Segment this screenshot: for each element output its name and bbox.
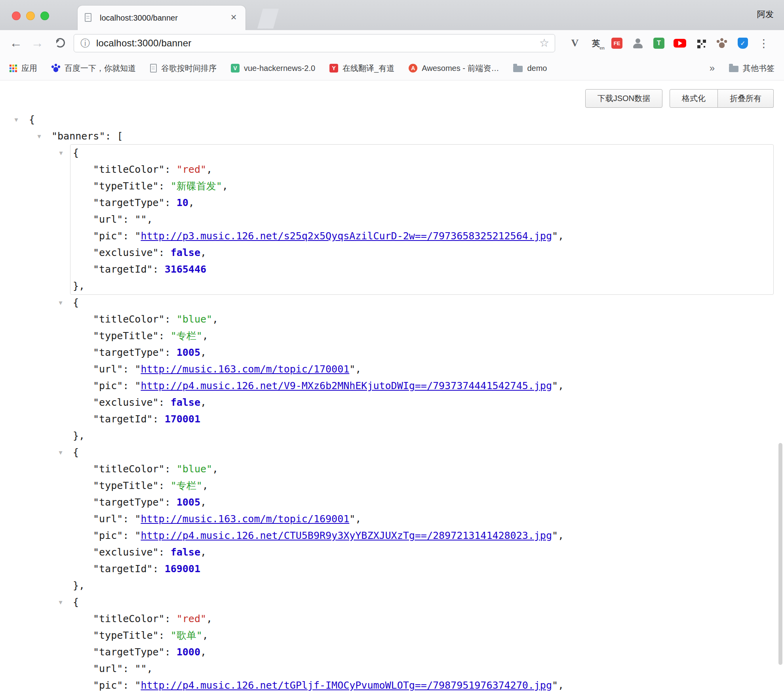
json-token: { [73,447,79,458]
json-line: ▼{ [0,594,784,611]
json-line: "url": "http://music.163.com/m/topic/170… [0,361,784,378]
json-token: : [159,330,171,342]
apps-grid-icon [10,65,17,72]
json-token: "typeTitle" [93,480,159,491]
json-token: , [222,180,228,192]
json-token: " [135,380,141,391]
json-token: " [135,230,141,242]
collapse-toggle-icon[interactable]: ▼ [32,128,46,145]
extensions-row: V 英en FE T ✓ ⋮ [567,35,772,51]
json-token: ", [552,380,564,391]
json-token: : [165,646,177,658]
json-token: : [165,347,177,358]
json-line: "pic": "http://p3.music.126.net/s25q2x5Q… [70,228,773,244]
bookmarks-overflow-chevron[interactable]: » [710,63,715,74]
extension-fe-icon[interactable]: FE [609,35,625,51]
json-token: : [159,247,171,258]
json-token: : [153,263,165,275]
back-button[interactable]: ← [6,33,25,52]
profile-name[interactable]: 阿发 [757,9,774,20]
json-token: "typeTitle" [93,330,159,342]
json-url-link[interactable]: http://p4.music.126.net/tGPljf-IMOCyPvum… [141,680,552,691]
new-tab-button[interactable] [257,9,279,29]
json-line: "exclusive": false, [0,394,784,411]
baidu-favicon [51,64,60,73]
download-json-button[interactable]: 下载JSON数据 [585,89,662,108]
page-info-icon[interactable]: ⓘ [80,34,90,52]
json-url-link[interactable]: http://p3.music.126.net/s25q2x5QyqsAzilC… [141,230,552,242]
json-line: "targetId": 169001 [0,561,784,577]
forward-button[interactable]: → [28,33,47,52]
collapse-all-button[interactable]: 折叠所有 [718,89,774,108]
json-token: , [202,630,208,641]
json-token: "url" [93,214,123,225]
json-line: }, [0,428,784,444]
collapse-toggle-icon[interactable]: ▼ [54,444,67,461]
bookmark-vue-hackernews[interactable]: V vue-hackernews-2.0 [231,64,315,73]
json-token: 1005 [177,496,200,508]
reload-button[interactable] [55,38,65,48]
json-url-link[interactable]: http://p4.music.126.net/V9-MXz6b2MNhEKju… [141,380,552,391]
address-bar[interactable]: ⓘ localhost:3000/banner ☆ [74,34,555,52]
tab-favicon-page-icon [85,13,91,22]
browser-menu-icon[interactable]: ⋮ [756,35,772,51]
extension-paw-icon[interactable] [714,35,730,51]
json-url-link[interactable]: http://music.163.com/m/topic/169001 [141,513,349,525]
collapse-toggle-icon[interactable]: ▼ [54,294,67,311]
vertical-scrollbar-thumb[interactable] [778,443,782,665]
json-token: "typeTitle" [93,630,159,641]
json-line: "typeTitle": "专栏", [0,477,784,494]
json-token: " [135,530,141,541]
bookmark-label: vue-hackernews-2.0 [244,64,315,73]
bookmark-google-sort[interactable]: 谷歌按时间排序 [150,63,217,74]
url-text[interactable]: localhost:3000/banner [96,34,191,52]
bookmark-apps[interactable]: 应用 [10,63,37,74]
json-token: ", [552,530,564,541]
extension-people-icon[interactable] [630,35,646,51]
extension-vimium-icon[interactable]: V [567,35,583,51]
bookmarks-bar: 应用 百度一下，你就知道 谷歌按时间排序 V vue-hackernews-2.… [0,56,784,80]
json-url-link[interactable]: http://music.163.com/m/topic/170001 [141,363,349,375]
extension-qrcode-icon[interactable] [693,35,709,51]
json-token: " [135,513,141,525]
bookmark-label: 谷歌按时间排序 [161,63,217,74]
tab-close-icon[interactable]: × [227,11,240,24]
fullscreen-window-button[interactable] [40,11,49,20]
extension-shield-icon[interactable]: ✓ [735,35,751,51]
json-token: "blue" [177,463,212,475]
bookmark-baidu[interactable]: 百度一下，你就知道 [51,63,136,74]
bookmark-youdao-translate[interactable]: Y 在线翻译_有道 [329,63,394,74]
json-token: "url" [93,513,123,525]
extension-translate-icon[interactable]: 英en [588,35,604,51]
close-window-button[interactable] [12,11,21,20]
extension-youtube-icon[interactable] [672,35,688,51]
bookmark-star-icon[interactable]: ☆ [539,34,549,52]
json-token: }, [73,430,85,441]
collapse-toggle-icon[interactable]: ▼ [54,145,68,161]
json-token: "url" [93,663,123,674]
bookmark-demo-folder[interactable]: demo [513,64,547,73]
format-button[interactable]: 格式化 [670,89,718,108]
json-token: , [147,214,152,225]
minimize-window-button[interactable] [26,11,35,20]
json-line: "targetType": 1005, [0,344,784,361]
collapse-toggle-icon[interactable]: ▼ [10,111,23,128]
json-line: "titleColor": "blue", [0,461,784,477]
json-token: "pic" [93,380,123,391]
json-url-link[interactable]: http://p4.music.126.net/CTU5B9R9y3XyYBZX… [141,530,552,541]
bookmark-awesomes[interactable]: A Awesomes - 前端资… [409,63,499,74]
json-token: { [29,114,35,125]
json-token: : [123,214,135,225]
other-bookmarks[interactable]: 其他书签 [729,63,774,74]
page-favicon [150,64,157,73]
json-token: : [165,613,177,624]
collapse-toggle-icon[interactable]: ▼ [54,594,67,611]
json-token: , [202,480,208,491]
json-line: ▼"banners": [ [0,128,784,145]
json-token: : [123,513,135,525]
extension-tampermonkey-icon[interactable]: T [651,35,667,51]
json-token: , [200,247,206,258]
json-token: ", [552,680,564,691]
active-tab[interactable]: localhost:3000/banner × [78,6,245,30]
json-token: , [200,646,206,658]
